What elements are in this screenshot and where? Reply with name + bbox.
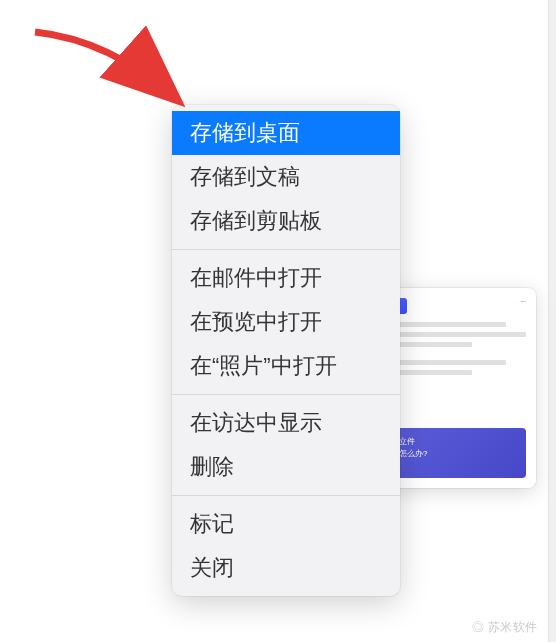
screenshot-context-menu: 存储到桌面存储到文稿存储到剪贴板在邮件中打开在预览中打开在“照片”中打开在访达中… bbox=[172, 105, 400, 596]
screenshot-preview-thumbnail[interactable]: ··· 立件 怎么办? bbox=[381, 288, 536, 488]
menu-item[interactable]: 在“照片”中打开 bbox=[172, 344, 400, 388]
thumb-text-line bbox=[391, 322, 506, 327]
thumb-banner-text-1: 立件 bbox=[399, 436, 518, 448]
menu-item[interactable]: 删除 bbox=[172, 445, 400, 489]
watermark-text: ◎ 苏米软件 bbox=[472, 619, 538, 636]
menu-divider bbox=[172, 495, 400, 496]
menu-divider bbox=[172, 394, 400, 395]
thumb-link: ··· bbox=[520, 298, 526, 305]
menu-item[interactable]: 存储到文稿 bbox=[172, 155, 400, 199]
menu-item[interactable]: 在预览中打开 bbox=[172, 300, 400, 344]
menu-item[interactable]: 存储到桌面 bbox=[172, 111, 400, 155]
thumb-text-line bbox=[391, 342, 472, 347]
menu-item[interactable]: 在邮件中打开 bbox=[172, 256, 400, 300]
menu-item[interactable]: 在访达中显示 bbox=[172, 401, 400, 445]
thumb-text-line bbox=[391, 360, 506, 365]
menu-item[interactable]: 存储到剪贴板 bbox=[172, 199, 400, 243]
thumb-text-line bbox=[391, 332, 526, 337]
thumb-banner: 立件 怎么办? bbox=[391, 428, 526, 478]
thumb-banner-text-2: 怎么办? bbox=[399, 448, 518, 460]
pointer-arrow-annotation bbox=[20, 20, 200, 110]
thumb-header: ··· bbox=[391, 298, 526, 314]
menu-item[interactable]: 关闭 bbox=[172, 546, 400, 590]
scrollbar-track bbox=[548, 0, 556, 642]
thumb-text-line bbox=[391, 370, 472, 375]
menu-item[interactable]: 标记 bbox=[172, 502, 400, 546]
menu-divider bbox=[172, 249, 400, 250]
